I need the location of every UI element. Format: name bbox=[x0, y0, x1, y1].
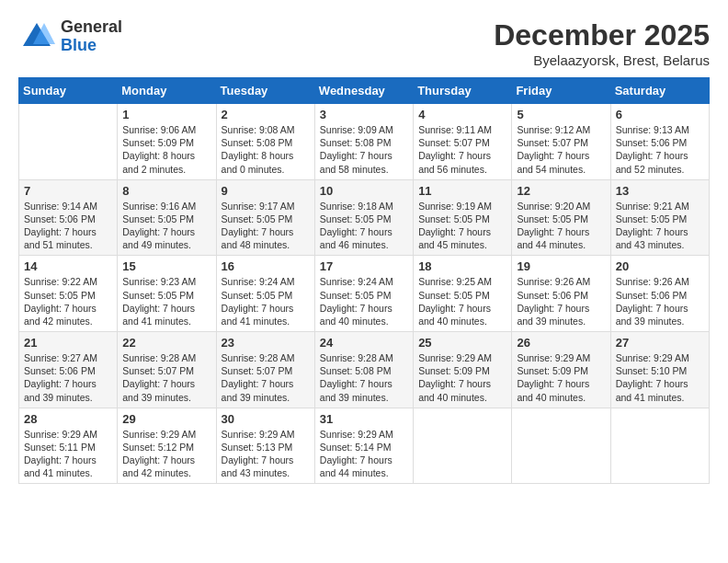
calendar-cell: 17Sunrise: 9:24 AM Sunset: 5:05 PM Dayli… bbox=[314, 256, 413, 332]
day-header-thursday: Thursday bbox=[414, 78, 512, 104]
calendar-cell: 14Sunrise: 9:22 AM Sunset: 5:05 PM Dayli… bbox=[19, 256, 118, 332]
cell-day-number: 16 bbox=[222, 259, 310, 273]
cell-info: Sunrise: 9:06 AM Sunset: 5:09 PM Dayligh… bbox=[122, 123, 210, 176]
calendar-cell: 1Sunrise: 9:06 AM Sunset: 5:09 PM Daylig… bbox=[118, 104, 216, 180]
cell-info: Sunrise: 9:17 AM Sunset: 5:05 PM Dayligh… bbox=[222, 200, 310, 252]
calendar-week-row: 28Sunrise: 9:29 AM Sunset: 5:11 PM Dayli… bbox=[19, 408, 710, 484]
calendar-cell: 3Sunrise: 9:09 AM Sunset: 5:08 PM Daylig… bbox=[314, 104, 413, 180]
cell-day-number: 9 bbox=[222, 184, 310, 198]
cell-day-number: 21 bbox=[24, 336, 112, 350]
cell-info: Sunrise: 9:28 AM Sunset: 5:07 PM Dayligh… bbox=[222, 351, 310, 404]
day-header-monday: Monday bbox=[118, 78, 216, 104]
header: General Blue December 2025 Byelaazyorsk,… bbox=[18, 18, 710, 68]
calendar-cell: 29Sunrise: 9:29 AM Sunset: 5:12 PM Dayli… bbox=[118, 408, 216, 484]
day-header-friday: Friday bbox=[512, 78, 610, 104]
cell-day-number: 31 bbox=[320, 412, 408, 426]
cell-day-number: 6 bbox=[616, 108, 704, 121]
cell-info: Sunrise: 9:08 AM Sunset: 5:08 PM Dayligh… bbox=[222, 123, 310, 176]
cell-info: Sunrise: 9:29 AM Sunset: 5:09 PM Dayligh… bbox=[418, 351, 506, 404]
cell-day-number: 22 bbox=[122, 336, 210, 350]
cell-day-number: 15 bbox=[122, 259, 210, 273]
calendar-week-row: 14Sunrise: 9:22 AM Sunset: 5:05 PM Dayli… bbox=[19, 256, 710, 332]
cell-info: Sunrise: 9:12 AM Sunset: 5:07 PM Dayligh… bbox=[517, 123, 605, 176]
calendar-cell: 21Sunrise: 9:27 AM Sunset: 5:06 PM Dayli… bbox=[19, 332, 118, 408]
cell-day-number: 2 bbox=[222, 108, 310, 121]
calendar-cell: 22Sunrise: 9:28 AM Sunset: 5:07 PM Dayli… bbox=[118, 332, 216, 408]
cell-day-number: 3 bbox=[320, 108, 408, 121]
cell-day-number: 12 bbox=[517, 184, 605, 198]
calendar-cell: 2Sunrise: 9:08 AM Sunset: 5:08 PM Daylig… bbox=[216, 104, 314, 180]
cell-info: Sunrise: 9:26 AM Sunset: 5:06 PM Dayligh… bbox=[616, 275, 704, 327]
day-header-tuesday: Tuesday bbox=[216, 78, 314, 104]
calendar-cell bbox=[414, 408, 512, 484]
cell-info: Sunrise: 9:09 AM Sunset: 5:08 PM Dayligh… bbox=[320, 123, 408, 176]
calendar-cell: 13Sunrise: 9:21 AM Sunset: 5:05 PM Dayli… bbox=[610, 179, 709, 256]
calendar: SundayMondayTuesdayWednesdayThursdayFrid… bbox=[18, 77, 710, 484]
cell-day-number: 7 bbox=[24, 184, 112, 198]
calendar-cell: 23Sunrise: 9:28 AM Sunset: 5:07 PM Dayli… bbox=[216, 332, 314, 408]
calendar-cell: 31Sunrise: 9:29 AM Sunset: 5:14 PM Dayli… bbox=[314, 408, 413, 484]
calendar-cell: 30Sunrise: 9:29 AM Sunset: 5:13 PM Dayli… bbox=[216, 408, 314, 484]
cell-info: Sunrise: 9:27 AM Sunset: 5:06 PM Dayligh… bbox=[24, 351, 112, 404]
cell-day-number: 4 bbox=[418, 108, 506, 121]
calendar-cell: 15Sunrise: 9:23 AM Sunset: 5:05 PM Dayli… bbox=[118, 256, 216, 332]
calendar-cell bbox=[610, 408, 709, 484]
cell-info: Sunrise: 9:21 AM Sunset: 5:05 PM Dayligh… bbox=[616, 200, 704, 252]
calendar-cell: 19Sunrise: 9:26 AM Sunset: 5:06 PM Dayli… bbox=[512, 256, 610, 332]
cell-info: Sunrise: 9:25 AM Sunset: 5:05 PM Dayligh… bbox=[418, 275, 506, 327]
cell-info: Sunrise: 9:13 AM Sunset: 5:06 PM Dayligh… bbox=[616, 123, 704, 176]
cell-day-number: 27 bbox=[616, 336, 704, 350]
cell-day-number: 18 bbox=[418, 259, 506, 273]
calendar-cell: 5Sunrise: 9:12 AM Sunset: 5:07 PM Daylig… bbox=[512, 104, 610, 180]
cell-day-number: 24 bbox=[320, 336, 408, 350]
logo-text: General Blue bbox=[61, 18, 122, 55]
calendar-cell: 18Sunrise: 9:25 AM Sunset: 5:05 PM Dayli… bbox=[414, 256, 512, 332]
cell-day-number: 30 bbox=[222, 412, 310, 426]
calendar-cell: 8Sunrise: 9:16 AM Sunset: 5:05 PM Daylig… bbox=[118, 179, 216, 256]
day-header-sunday: Sunday bbox=[19, 78, 118, 104]
calendar-cell: 12Sunrise: 9:20 AM Sunset: 5:05 PM Dayli… bbox=[512, 179, 610, 256]
calendar-cell: 27Sunrise: 9:29 AM Sunset: 5:10 PM Dayli… bbox=[610, 332, 709, 408]
day-header-saturday: Saturday bbox=[610, 78, 709, 104]
cell-day-number: 10 bbox=[320, 184, 408, 198]
calendar-week-row: 21Sunrise: 9:27 AM Sunset: 5:06 PM Dayli… bbox=[19, 332, 710, 408]
calendar-cell bbox=[19, 104, 118, 180]
cell-day-number: 14 bbox=[24, 259, 112, 273]
calendar-cell: 25Sunrise: 9:29 AM Sunset: 5:09 PM Dayli… bbox=[414, 332, 512, 408]
cell-info: Sunrise: 9:22 AM Sunset: 5:05 PM Dayligh… bbox=[24, 275, 112, 327]
calendar-cell: 24Sunrise: 9:28 AM Sunset: 5:08 PM Dayli… bbox=[314, 332, 413, 408]
calendar-cell: 4Sunrise: 9:11 AM Sunset: 5:07 PM Daylig… bbox=[414, 104, 512, 180]
calendar-cell: 10Sunrise: 9:18 AM Sunset: 5:05 PM Dayli… bbox=[314, 179, 413, 256]
cell-info: Sunrise: 9:23 AM Sunset: 5:05 PM Dayligh… bbox=[122, 275, 210, 327]
cell-day-number: 23 bbox=[222, 336, 310, 350]
calendar-cell: 20Sunrise: 9:26 AM Sunset: 5:06 PM Dayli… bbox=[610, 256, 709, 332]
calendar-week-row: 7Sunrise: 9:14 AM Sunset: 5:06 PM Daylig… bbox=[19, 179, 710, 256]
subtitle: Byelaazyorsk, Brest, Belarus bbox=[494, 52, 710, 68]
calendar-cell: 16Sunrise: 9:24 AM Sunset: 5:05 PM Dayli… bbox=[216, 256, 314, 332]
cell-day-number: 25 bbox=[418, 336, 506, 350]
calendar-cell: 26Sunrise: 9:29 AM Sunset: 5:09 PM Dayli… bbox=[512, 332, 610, 408]
cell-info: Sunrise: 9:26 AM Sunset: 5:06 PM Dayligh… bbox=[517, 275, 605, 327]
logo-icon bbox=[18, 18, 55, 55]
logo: General Blue bbox=[18, 18, 122, 55]
title-area: December 2025 Byelaazyorsk, Brest, Belar… bbox=[494, 18, 710, 68]
cell-day-number: 5 bbox=[517, 108, 605, 121]
calendar-week-row: 1Sunrise: 9:06 AM Sunset: 5:09 PM Daylig… bbox=[19, 104, 710, 180]
cell-day-number: 19 bbox=[517, 259, 605, 273]
calendar-cell: 11Sunrise: 9:19 AM Sunset: 5:05 PM Dayli… bbox=[414, 179, 512, 256]
cell-info: Sunrise: 9:29 AM Sunset: 5:14 PM Dayligh… bbox=[320, 428, 408, 480]
cell-day-number: 28 bbox=[24, 412, 112, 426]
cell-info: Sunrise: 9:19 AM Sunset: 5:05 PM Dayligh… bbox=[418, 200, 506, 252]
calendar-header-row: SundayMondayTuesdayWednesdayThursdayFrid… bbox=[19, 78, 710, 104]
cell-info: Sunrise: 9:29 AM Sunset: 5:11 PM Dayligh… bbox=[24, 428, 112, 480]
calendar-cell: 28Sunrise: 9:29 AM Sunset: 5:11 PM Dayli… bbox=[19, 408, 118, 484]
cell-info: Sunrise: 9:29 AM Sunset: 5:12 PM Dayligh… bbox=[122, 428, 210, 480]
cell-day-number: 26 bbox=[517, 336, 605, 350]
calendar-cell: 9Sunrise: 9:17 AM Sunset: 5:05 PM Daylig… bbox=[216, 179, 314, 256]
cell-day-number: 13 bbox=[616, 184, 704, 198]
calendar-cell: 7Sunrise: 9:14 AM Sunset: 5:06 PM Daylig… bbox=[19, 179, 118, 256]
cell-info: Sunrise: 9:16 AM Sunset: 5:05 PM Dayligh… bbox=[122, 200, 210, 252]
cell-info: Sunrise: 9:29 AM Sunset: 5:10 PM Dayligh… bbox=[616, 351, 704, 404]
month-title: December 2025 bbox=[494, 18, 710, 52]
cell-info: Sunrise: 9:24 AM Sunset: 5:05 PM Dayligh… bbox=[222, 275, 310, 327]
